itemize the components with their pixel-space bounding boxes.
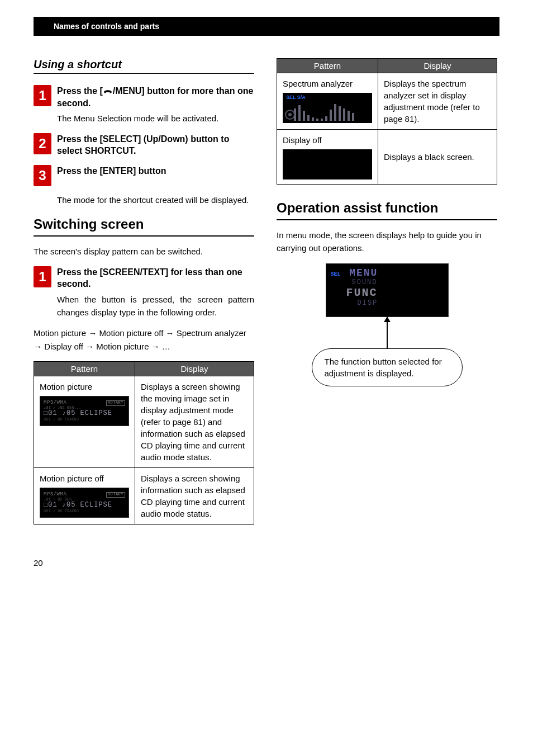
step-2-title: Press the [SELECT] (Up/Down) button to s… [57,133,254,157]
section-title: Names of controls and parts [54,22,159,31]
screen-line: MP3/WMA [44,400,66,405]
section-header: Names of controls and parts [34,17,499,36]
step-3: 3 Press the [ENTER] button [34,165,254,186]
switch-step-desc: When the button is pressed, the screen p… [57,294,254,319]
table-row: Display off Displays a black screen. [277,130,497,185]
pattern-table-right: Pattern Display Spectrum analyzer SEL S/… [277,58,497,185]
sa-bars [294,101,354,121]
menu-screen-preview: SEL MENU SOUND FUNC DISP [326,263,449,317]
callout-arrow [387,317,388,348]
sa-label: SEL S/A [286,94,306,101]
screen-line: ROTARY [106,492,125,498]
table-header-pattern: Pattern [34,362,135,376]
table-row: Motion picture MP3/WMAROTARY ♪01 ♪ ♪02 B… [34,376,254,468]
pattern-label: Motion picture [40,381,129,393]
step-3-title: Press the [ENTER] button [57,165,254,177]
callout-bubble: The function button selected for adjustm… [312,348,463,386]
shortcut-heading: Using a shortcut [34,58,254,71]
pattern-label: Motion picture off [40,472,129,484]
switch-step-title: Press the [SCREEN/TEXT] for less than on… [57,266,254,290]
table-header-display: Display [378,59,497,73]
table-header-display: Display [135,362,254,376]
step-1: 1 Press the [/MENU] button for more than… [34,85,254,125]
assist-heading: Operation assist function [277,200,497,216]
screen-preview-motion-picture: MP3/WMAROTARY ♪01 ♪ ♪02 BEG... □01 ♪05 E… [40,396,129,426]
pattern-table-left: Pattern Display Motion picture MP3/WMARO… [34,361,254,525]
display-desc: Displays a black screen. [378,130,497,185]
screen-line: □01 ♪05 ECLIPSE [44,410,125,417]
menu-menu-label: MENU [349,267,378,278]
menu-disp-label: DISP [358,299,444,307]
screen-line: □01 ♪05 ECLIPSE [44,502,125,509]
step-2: 2 Press the [SELECT] (Up/Down) button to… [34,133,254,157]
phone-icon [103,87,113,95]
flow-sequence: Motion picture → Motion picture off → Sp… [34,327,254,353]
step-number: 1 [34,85,51,106]
page-number: 20 [34,558,43,568]
divider [34,73,254,74]
switch-step-1: 1 Press the [SCREEN/TEXT] for less than … [34,266,254,319]
screen-line: MP3/WMA [44,492,66,497]
divider [34,235,254,237]
step-1-title-prefix: Press the [ [57,86,103,96]
step-number: 3 [34,165,51,186]
table-header-pattern: Pattern [277,59,378,73]
screen-preview-display-off [283,149,372,179]
pattern-label: Display off [283,134,372,146]
step-number: 1 [34,266,51,287]
screen-preview-spectrum-analyzer: SEL S/A [283,93,372,123]
table-row: Motion picture off MP3/WMAROTARY ♪01 ♪ 0… [34,468,254,525]
display-desc: Displays the spectrum analyzer set in di… [378,73,497,130]
switching-heading: Switching screen [34,216,254,232]
display-desc: Displays a screen showing information su… [135,468,254,525]
menu-sel-label: SEL [331,271,341,277]
screen-preview-motion-picture-off: MP3/WMAROTARY ♪01 ♪ 02 BEG... □01 ♪05 EC… [40,488,129,518]
screen-line: ROTARY [106,400,125,406]
display-desc: Displays a screen showing the moving ima… [135,376,254,468]
assist-intro: In menu mode, the screen displays help t… [277,229,497,254]
pattern-label: Spectrum analyzer [283,78,372,89]
menu-sound-label: SOUND [352,278,444,286]
sa-dial-icon [285,110,295,120]
step-3-followup: The mode for the shortcut created will b… [57,194,254,207]
switching-intro: The screen's display pattern can be swit… [34,245,254,258]
menu-func-label: FUNC [346,286,444,299]
step-1-desc: The Menu Selection mode will be activate… [57,112,254,125]
table-row: Spectrum analyzer SEL S/A [277,73,497,130]
divider [277,219,497,220]
step-1-title: Press the [/MENU] button for more than o… [57,85,254,109]
step-number: 2 [34,133,51,154]
